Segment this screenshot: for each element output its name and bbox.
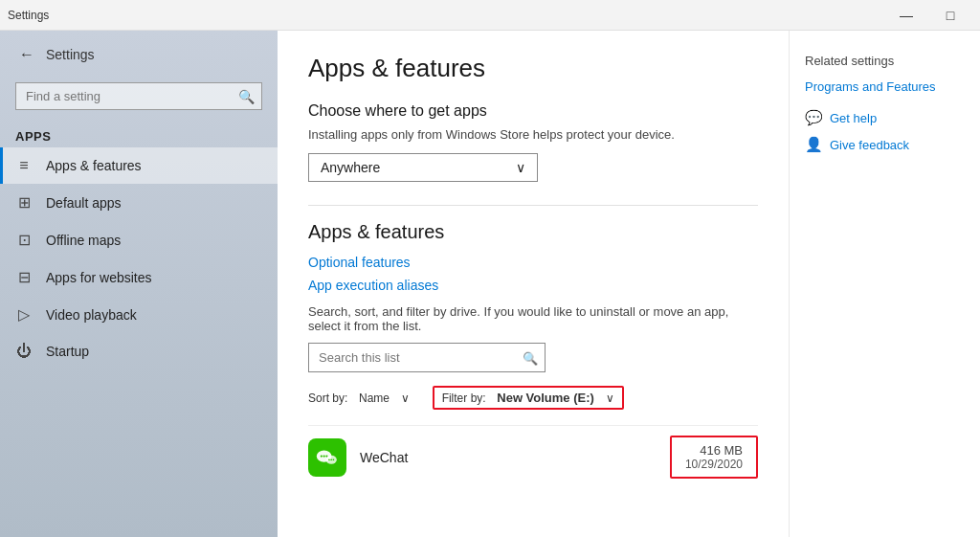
section-divider bbox=[308, 205, 758, 206]
sort-dropdown[interactable]: Sort by: Name ∨ bbox=[308, 391, 410, 405]
app-name-wechat: WeChat bbox=[360, 450, 657, 465]
svg-point-1 bbox=[321, 455, 323, 457]
filter-value: New Volume (E:) bbox=[497, 391, 594, 405]
optional-features-link[interactable]: Optional features bbox=[308, 255, 758, 270]
app-meta-wechat: 416 MB 10/29/2020 bbox=[670, 436, 758, 479]
filter-label: Filter by: bbox=[442, 392, 486, 405]
filter-arrow-icon: ∨ bbox=[606, 392, 614, 405]
anywhere-value: Anywhere bbox=[321, 160, 380, 175]
filter-description: Search, sort, and filter by drive. If yo… bbox=[308, 304, 758, 333]
titlebar-left: Settings bbox=[8, 9, 49, 22]
svg-point-6 bbox=[330, 459, 332, 460]
startup-icon: ⏻ bbox=[15, 343, 33, 360]
apps-websites-icon: ⊟ bbox=[15, 268, 33, 286]
sidebar: ← Settings 🔍 Apps ≡ Apps & features ⊞ De… bbox=[0, 31, 278, 537]
get-help-item[interactable]: 💬 Get help bbox=[805, 109, 965, 126]
get-help-label: Get help bbox=[830, 111, 877, 125]
video-playback-icon: ▷ bbox=[15, 305, 33, 324]
give-feedback-item[interactable]: 👤 Give feedback bbox=[805, 136, 965, 153]
search-box: 🔍 bbox=[15, 82, 262, 110]
sidebar-item-apps-features[interactable]: ≡ Apps & features bbox=[0, 147, 278, 184]
sidebar-settings-label: Settings bbox=[46, 47, 95, 62]
minimize-button[interactable]: — bbox=[884, 0, 928, 31]
wechat-icon bbox=[308, 438, 346, 477]
app-icon-wechat bbox=[308, 438, 346, 477]
titlebar: Settings — □ bbox=[0, 0, 980, 31]
page-title: Apps & features bbox=[308, 54, 758, 83]
sort-label: Sort by: bbox=[308, 392, 347, 405]
sidebar-item-video-playback[interactable]: ▷ Video playback bbox=[0, 296, 278, 333]
find-setting-input[interactable] bbox=[15, 82, 262, 110]
app-item-wechat[interactable]: WeChat 416 MB 10/29/2020 bbox=[308, 425, 758, 488]
apps-features-icon: ≡ bbox=[15, 157, 33, 174]
titlebar-title: Settings bbox=[8, 9, 49, 22]
give-feedback-icon: 👤 bbox=[805, 136, 822, 153]
filter-dropdown[interactable]: Filter by: New Volume (E:) ∨ bbox=[433, 386, 624, 410]
choose-section-title: Choose where to get apps bbox=[308, 102, 758, 120]
app-execution-link[interactable]: App execution aliases bbox=[308, 278, 758, 293]
sidebar-item-video-playback-label: Video playback bbox=[46, 307, 137, 323]
svg-point-2 bbox=[323, 455, 325, 457]
sidebar-item-apps-websites-label: Apps for websites bbox=[46, 270, 152, 285]
maximize-button[interactable]: □ bbox=[928, 0, 972, 31]
sidebar-item-apps-websites[interactable]: ⊟ Apps for websites bbox=[0, 258, 278, 296]
sidebar-item-apps-features-label: Apps & features bbox=[46, 158, 142, 173]
svg-point-5 bbox=[328, 459, 330, 460]
apps-features-section-title: Apps & features bbox=[308, 221, 758, 243]
sidebar-item-offline-maps[interactable]: ⊡ Offline maps bbox=[0, 221, 278, 258]
content-area: Apps & features Choose where to get apps… bbox=[278, 31, 789, 537]
sort-arrow-icon: ∨ bbox=[401, 392, 410, 405]
wechat-svg bbox=[314, 444, 341, 471]
sidebar-item-default-apps-label: Default apps bbox=[46, 195, 122, 211]
anywhere-dropdown[interactable]: Anywhere ∨ bbox=[308, 153, 538, 182]
apps-section-label: Apps bbox=[0, 122, 278, 147]
search-list-box: 🔍 bbox=[308, 343, 546, 372]
dropdown-arrow-icon: ∨ bbox=[516, 160, 525, 175]
programs-features-link[interactable]: Programs and Features bbox=[805, 79, 965, 94]
choose-description: Installing apps only from Windows Store … bbox=[308, 127, 758, 142]
sidebar-item-startup-label: Startup bbox=[46, 344, 89, 359]
titlebar-controls: — □ bbox=[884, 0, 972, 31]
back-button[interactable]: ← bbox=[15, 42, 38, 67]
offline-maps-icon: ⊡ bbox=[15, 231, 33, 249]
sidebar-header: ← Settings bbox=[0, 31, 278, 78]
right-panel: Related settings Programs and Features 💬… bbox=[789, 31, 980, 537]
svg-point-7 bbox=[333, 459, 335, 460]
sidebar-item-default-apps[interactable]: ⊞ Default apps bbox=[0, 184, 278, 221]
default-apps-icon: ⊞ bbox=[15, 193, 33, 212]
search-icon: 🔍 bbox=[238, 89, 255, 104]
related-settings-label: Related settings bbox=[805, 54, 965, 68]
sort-filter-row: Sort by: Name ∨ Filter by: New Volume (E… bbox=[308, 386, 758, 410]
sidebar-item-startup[interactable]: ⏻ Startup bbox=[0, 333, 278, 369]
sidebar-item-offline-maps-label: Offline maps bbox=[46, 233, 121, 248]
app-size-wechat: 416 MB bbox=[685, 443, 743, 458]
sort-value: Name bbox=[359, 392, 390, 405]
main-layout: ← Settings 🔍 Apps ≡ Apps & features ⊞ De… bbox=[0, 31, 980, 537]
app-date-wechat: 10/29/2020 bbox=[685, 458, 743, 471]
give-feedback-label: Give feedback bbox=[830, 138, 909, 152]
get-help-icon: 💬 bbox=[805, 109, 822, 126]
search-list-icon: 🔍 bbox=[523, 350, 538, 365]
search-list-input[interactable] bbox=[308, 343, 546, 372]
